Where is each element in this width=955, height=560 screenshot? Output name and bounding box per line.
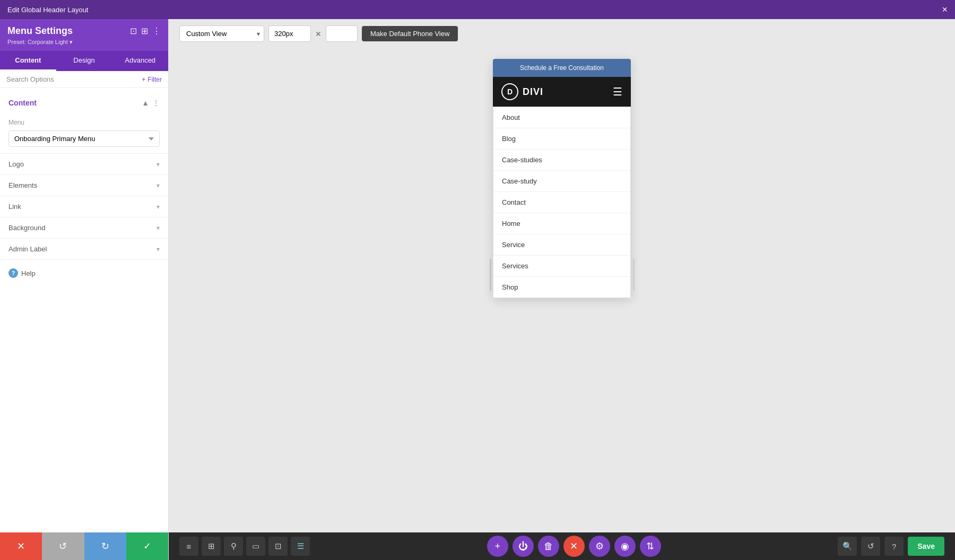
menu-item-contact[interactable]: Contact — [493, 192, 630, 213]
sidebar-header-icons: ⊡ ⊞ ⋮ — [130, 26, 161, 36]
link-chevron: ▾ — [157, 203, 160, 211]
logo-text: DIVI — [523, 86, 543, 98]
help-right-icon[interactable]: ? — [884, 537, 904, 556]
sidebar-header-top: Menu Settings ⊡ ⊞ ⋮ — [7, 25, 161, 37]
search-label: Search Options — [6, 75, 138, 83]
menu-item-about[interactable]: About — [493, 107, 630, 128]
handle-line-right — [633, 259, 635, 291]
power-button[interactable]: ⏻ — [513, 536, 534, 557]
sidebar-bottom: ✕ ↺ ↻ ✓ — [0, 532, 168, 560]
redo-button[interactable]: ↻ — [84, 532, 126, 560]
collapsible-background[interactable]: Background ▾ — [0, 217, 168, 239]
help-label[interactable]: Help — [21, 269, 36, 277]
portability-icon[interactable]: ⊡ — [130, 26, 137, 36]
trash-button[interactable]: 🗑 — [538, 536, 559, 557]
menu-item-home[interactable]: Home — [493, 213, 630, 234]
bt-search-icon[interactable]: ⚲ — [224, 537, 243, 556]
make-default-phone-view-button[interactable]: Make Default Phone View — [362, 26, 458, 41]
menu-item-services[interactable]: Services — [493, 256, 630, 277]
background-chevron: ▾ — [157, 224, 160, 232]
close-button[interactable]: × — [942, 5, 948, 14]
sidebar-content: Content ▲ ⋮ Menu Onboarding Primary Menu… — [0, 88, 168, 532]
bt-phone-icon[interactable]: ☰ — [291, 537, 310, 556]
menu-label: Menu — [8, 119, 160, 126]
bt-tablet-icon[interactable]: ⊡ — [268, 537, 288, 556]
bt-grid-icon[interactable]: ⊞ — [202, 537, 221, 556]
bt-left: ≡ ⊞ ⚲ ▭ ⊡ ☰ — [179, 537, 310, 556]
sidebar-preset[interactable]: Preset: Corporate Light ▾ — [7, 39, 161, 46]
bt-center: + ⏻ 🗑 ✕ ⚙ ◉ ⇅ — [487, 536, 661, 557]
history-icon[interactable]: ↺ — [861, 537, 880, 556]
handle-line-left — [490, 259, 491, 291]
canvas-area: Custom View ▾ ✕ Make Default Phone View … — [169, 19, 955, 560]
sidebar-tabs: Content Design Advanced — [0, 51, 168, 71]
collapsible-logo[interactable]: Logo ▾ — [0, 154, 168, 175]
section-more-icon[interactable]: ⋮ — [152, 99, 160, 107]
menu-select[interactable]: Onboarding Primary Menu — [8, 130, 160, 147]
dropdown-menu: About Blog Case-studies Case-study Conta… — [493, 107, 631, 298]
logo-chevron: ▾ — [157, 161, 160, 168]
menu-section: Menu Onboarding Primary Menu — [0, 112, 168, 154]
viewport-toolbar: Custom View ▾ ✕ Make Default Phone View — [169, 19, 955, 48]
phone-nav: D DIVI ☰ — [493, 77, 631, 107]
background-label: Background — [8, 224, 45, 232]
px-extra-input[interactable] — [326, 25, 358, 42]
phone-logo: D DIVI — [501, 83, 543, 100]
preview-area: Schedule a Free Consultation D DIVI ☰ Ab… — [169, 48, 955, 532]
content-section-controls: ▲ ⋮ — [142, 99, 160, 107]
sidebar-title: Menu Settings — [7, 25, 73, 37]
filter-icon: + — [142, 76, 145, 83]
main-layout: Menu Settings ⊡ ⊞ ⋮ Preset: Corporate Li… — [0, 19, 955, 560]
link-label: Link — [8, 203, 21, 211]
hamburger-icon[interactable]: ☰ — [613, 85, 622, 98]
menu-item-service[interactable]: Service — [493, 234, 630, 256]
tab-content[interactable]: Content — [0, 51, 56, 71]
resize-handle-right[interactable] — [631, 59, 636, 490]
settings-button[interactable]: ⚙ — [589, 536, 610, 557]
view-select-wrapper: Custom View ▾ — [179, 25, 264, 42]
sliders-button[interactable]: ⇅ — [640, 536, 661, 557]
bt-desktop-icon[interactable]: ▭ — [246, 537, 265, 556]
discard-button[interactable]: ✕ — [0, 532, 42, 560]
content-section-title: Content — [8, 99, 37, 107]
bottom-toolbar: ≡ ⊞ ⚲ ▭ ⊡ ☰ + ⏻ 🗑 ✕ ⚙ ◉ ⇅ 🔍 ↺ ? Save — [169, 532, 955, 560]
resize-handle-left[interactable] — [488, 59, 493, 490]
collapsible-elements[interactable]: Elements ▾ — [0, 175, 168, 196]
menu-item-case-studies[interactable]: Case-studies — [493, 150, 630, 171]
bt-list-icon[interactable]: ≡ — [179, 537, 198, 556]
px-input[interactable] — [268, 25, 311, 42]
split-view-icon[interactable]: ⊞ — [141, 26, 148, 36]
help-icon: ? — [8, 268, 18, 278]
view-select[interactable]: Custom View — [179, 25, 264, 42]
menu-item-shop[interactable]: Shop — [493, 277, 630, 298]
top-bar-title: Edit Global Header Layout — [7, 6, 942, 14]
px-clear-button[interactable]: ✕ — [315, 30, 322, 38]
promo-text: Schedule a Free Consultation — [520, 64, 604, 72]
bt-right: 🔍 ↺ ? Save — [838, 537, 944, 556]
help-section: ? Help — [0, 260, 168, 286]
content-section-header: Content ▲ ⋮ — [0, 93, 168, 112]
logo-circle: D — [501, 83, 518, 100]
promo-bar: Schedule a Free Consultation — [493, 59, 631, 77]
save-button[interactable]: Save — [908, 537, 944, 556]
collapse-icon[interactable]: ▲ — [142, 99, 149, 107]
collapsible-admin-label[interactable]: Admin Label ▾ — [0, 239, 168, 260]
tab-advanced[interactable]: Advanced — [112, 51, 168, 71]
apply-button[interactable]: ✓ — [126, 532, 168, 560]
more-options-icon[interactable]: ⋮ — [152, 26, 161, 36]
menu-item-case-study[interactable]: Case-study — [493, 171, 630, 192]
menu-item-blog[interactable]: Blog — [493, 128, 630, 150]
sidebar-header: Menu Settings ⊡ ⊞ ⋮ Preset: Corporate Li… — [0, 19, 168, 51]
tab-design[interactable]: Design — [56, 51, 112, 71]
admin-label-chevron: ▾ — [157, 246, 160, 253]
logo-label: Logo — [8, 160, 24, 168]
add-module-button[interactable]: + — [487, 536, 508, 557]
filter-button[interactable]: + Filter — [142, 76, 162, 83]
circle-settings-button[interactable]: ◉ — [614, 536, 636, 557]
undo-button[interactable]: ↺ — [42, 532, 84, 560]
admin-label-label: Admin Label — [8, 245, 47, 253]
collapsible-link[interactable]: Link ▾ — [0, 196, 168, 217]
top-bar: Edit Global Header Layout × — [0, 0, 955, 19]
search-right-icon[interactable]: 🔍 — [838, 537, 857, 556]
close-module-button[interactable]: ✕ — [563, 536, 585, 557]
